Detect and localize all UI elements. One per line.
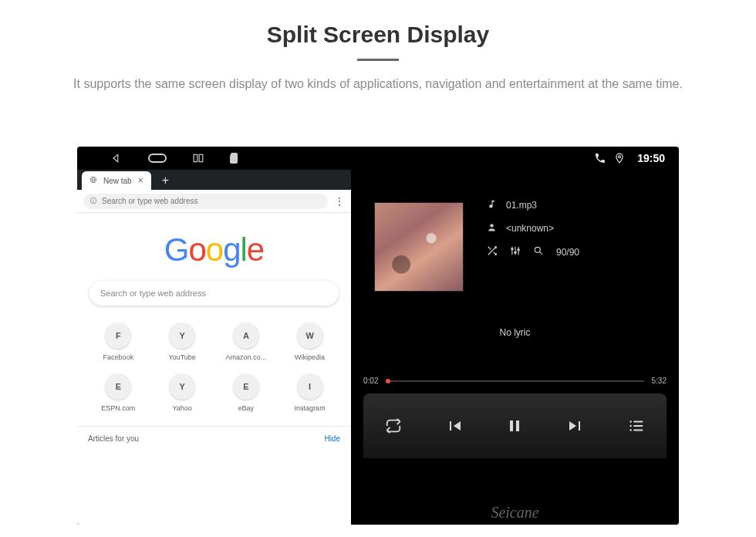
person-icon: [487, 222, 497, 235]
shortcut-espn[interactable]: E ESPN.com: [86, 373, 150, 412]
svg-point-7: [93, 198, 94, 199]
svg-point-23: [629, 425, 631, 427]
shortcut-icon: E: [233, 373, 259, 400]
previous-button[interactable]: [439, 410, 470, 441]
shortcut-facebook[interactable]: F Facebook: [86, 323, 150, 361]
shortcut-amazon[interactable]: A Amazon.co...: [214, 323, 278, 361]
tab-label: New tab: [103, 177, 132, 185]
device-frame: 19:50 New tab × + Sear: [77, 147, 679, 525]
shortcut-youtube[interactable]: Y YouTube: [150, 323, 214, 361]
globe-icon: [89, 176, 97, 185]
location-icon[interactable]: [614, 152, 625, 164]
progress-bar[interactable]: [386, 380, 643, 382]
shortcut-label: Yahoo: [150, 404, 214, 412]
track-name: 01.mp3: [506, 200, 537, 211]
phone-icon[interactable]: [594, 152, 606, 164]
shortcut-label: Amazon.co...: [214, 353, 278, 361]
status-clock: 19:50: [637, 152, 665, 164]
music-player-pane: 01.mp3 <unknown>: [351, 170, 679, 525]
tab-strip: New tab × +: [77, 170, 351, 190]
omnibox-placeholder: Search or type web address: [102, 197, 198, 205]
time-current: 0:02: [363, 377, 378, 385]
omnibox-row: Search or type web address ⋮: [77, 190, 351, 213]
shortcut-instagram[interactable]: I Instagram: [278, 373, 342, 412]
next-button[interactable]: [560, 410, 591, 441]
back-icon[interactable]: [111, 153, 122, 164]
articles-label: Articles for you: [88, 434, 139, 443]
equalizer-icon[interactable]: [510, 245, 521, 258]
info-icon: [89, 197, 97, 206]
shortcut-label: Facebook: [86, 353, 150, 361]
svg-rect-18: [516, 420, 519, 431]
sd-card-icon: [230, 153, 238, 164]
artist-name: <unknown>: [506, 223, 554, 234]
shortcut-icon: W: [297, 323, 323, 349]
shortcut-label: Wikipedia: [278, 353, 342, 361]
home-icon[interactable]: [148, 154, 167, 163]
shortcut-icon: A: [233, 323, 259, 349]
search-placeholder: Search or type web address: [100, 289, 206, 298]
svg-point-22: [629, 420, 631, 422]
music-note-icon: [487, 199, 497, 211]
player-controls: [363, 393, 667, 458]
browser-tab[interactable]: New tab ×: [82, 171, 151, 190]
shortcuts-grid: F Facebook Y YouTube A Amazon.co... W Wi…: [86, 323, 342, 412]
shortcut-label: Instagram: [278, 404, 342, 412]
svg-point-8: [490, 224, 493, 227]
svg-rect-2: [199, 154, 203, 161]
svg-point-15: [535, 247, 540, 252]
shortcut-label: YouTube: [150, 353, 214, 361]
svg-rect-17: [510, 420, 513, 431]
title-underline: [357, 59, 399, 61]
watermark: Seicane: [491, 504, 538, 522]
artist-row: <unknown>: [487, 222, 579, 235]
page-title: Split Screen Display: [0, 22, 756, 48]
shortcut-yahoo[interactable]: Y Yahoo: [150, 373, 214, 412]
svg-line-16: [539, 252, 542, 254]
articles-row: Articles for you Hide: [77, 426, 351, 451]
close-icon[interactable]: ×: [138, 175, 143, 186]
shortcut-icon: I: [297, 373, 323, 400]
articles-hide-link[interactable]: Hide: [324, 434, 340, 443]
repeat-button[interactable]: [378, 410, 409, 441]
search-icon[interactable]: [533, 245, 544, 258]
svg-rect-1: [194, 154, 197, 161]
time-total: 5:32: [652, 377, 667, 385]
address-bar[interactable]: Search or type web address: [83, 194, 328, 209]
no-lyric-text: No lyric: [351, 327, 679, 338]
svg-point-12: [511, 248, 513, 250]
search-input[interactable]: Search or type web address: [89, 281, 339, 306]
svg-point-13: [515, 252, 516, 253]
album-art: [374, 202, 464, 292]
player-mini-controls: 90/90: [487, 245, 579, 258]
shortcut-wikipedia[interactable]: W Wikipedia: [278, 323, 342, 361]
svg-point-3: [619, 156, 621, 158]
kebab-menu-icon[interactable]: ⋮: [334, 195, 345, 208]
shortcut-icon: Y: [169, 373, 195, 400]
track-meta: 01.mp3 <unknown>: [487, 199, 579, 269]
track-count: 90/90: [556, 247, 579, 258]
browser-pane: New tab × + Search or type web address ⋮…: [77, 170, 351, 525]
track-name-row: 01.mp3: [487, 199, 579, 211]
page-subtitle: It supports the same screen display of t…: [62, 75, 694, 93]
shortcut-icon: Y: [169, 323, 195, 349]
svg-point-14: [518, 249, 519, 251]
shortcut-icon: E: [105, 373, 131, 400]
system-nav-bar: 19:50: [77, 147, 679, 170]
progress-row: 0:02 5:32: [363, 377, 667, 385]
google-logo: Google: [164, 231, 264, 268]
shuffle-icon[interactable]: [487, 245, 498, 258]
shortcut-ebay[interactable]: E eBay: [214, 373, 278, 412]
shortcut-icon: F: [105, 323, 131, 349]
recents-icon[interactable]: [193, 153, 204, 164]
svg-rect-0: [149, 154, 166, 162]
new-tab-button[interactable]: +: [162, 174, 169, 187]
svg-point-24: [629, 429, 631, 431]
play-pause-button[interactable]: [499, 410, 530, 441]
shortcut-label: eBay: [214, 404, 278, 412]
shortcut-label: ESPN.com: [86, 404, 150, 412]
playlist-button[interactable]: [621, 410, 652, 441]
